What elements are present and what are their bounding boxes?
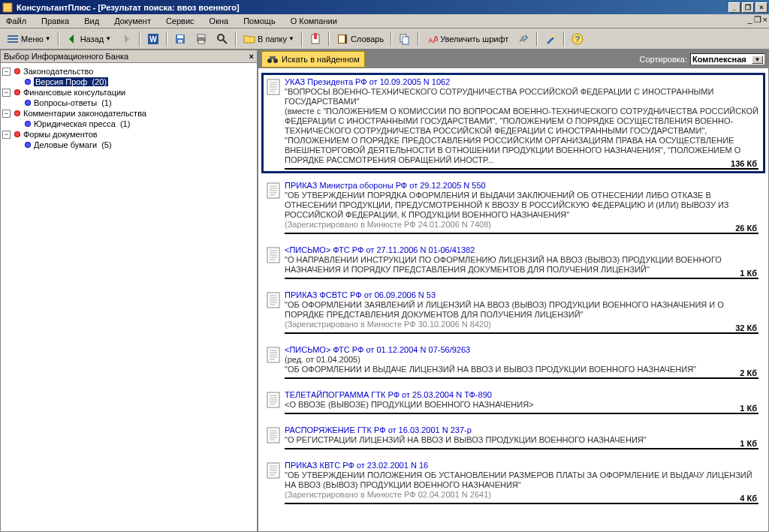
menu-edit[interactable]: Правка — [38, 15, 72, 27]
bullet-icon — [14, 110, 20, 116]
svg-rect-29 — [270, 56, 276, 59]
result-size: 2 Кб — [737, 368, 757, 377]
bookmark-icon — [309, 33, 321, 45]
search-button[interactable] — [213, 31, 232, 47]
zoom-button[interactable]: AA Увеличить шрифт — [422, 31, 512, 47]
result-item[interactable]: ТЕЛЕТАЙПОГРАММА ГТК РФ от 25.03.2004 N Т… — [261, 386, 765, 418]
search-icon — [216, 33, 228, 45]
tree-child-node[interactable]: Вопросы-ответы (1) — [23, 98, 255, 108]
menu-button[interactable]: Меню ▼ — [3, 31, 55, 47]
sort-value: Комплексная — [692, 55, 746, 64]
titlebar: КонсультантПлюс - [Результат поиска: вво… — [0, 0, 769, 14]
tree-child-node[interactable]: Деловые бумаги (5) — [23, 140, 255, 150]
back-button[interactable]: Назад ▼ — [62, 31, 115, 47]
tree-child-node[interactable]: Версия Проф (20) — [23, 77, 255, 87]
svg-rect-17 — [339, 35, 345, 43]
tree-label[interactable]: Законодательство — [23, 67, 93, 76]
minimize-button[interactable]: _ — [728, 2, 740, 13]
tree-child-label[interactable]: Вопросы-ответы (1) — [34, 98, 112, 107]
find-in-results-button[interactable]: Искать в найденном — [261, 51, 365, 68]
chevron-down-icon: ▼ — [105, 35, 111, 42]
result-divider: 32 Кб — [285, 332, 758, 334]
svg-rect-1 — [8, 35, 18, 37]
result-text: "О НАПРАВЛЕНИИ ИНСТРУКЦИИ ПО ОФОРМЛЕНИЮ … — [285, 255, 758, 275]
document-icon — [267, 182, 280, 199]
menu-about[interactable]: О Компании — [288, 15, 340, 27]
doc-minimize-button[interactable]: _ — [747, 15, 752, 25]
result-text: "ОБ УТВЕРЖДЕНИИ ПОРЯДКА ОФОРМЛЕНИЯ И ВЫД… — [285, 191, 758, 220]
print-button[interactable] — [191, 31, 211, 47]
tree-child-label[interactable]: Версия Проф (20) — [34, 77, 108, 86]
maximize-button[interactable]: ❐ — [742, 2, 754, 13]
doc-close-button[interactable]: × — [763, 15, 767, 25]
copy-button[interactable] — [395, 31, 415, 47]
sort-select[interactable]: Комплексная ▼ — [690, 53, 765, 65]
svg-rect-11 — [198, 41, 204, 44]
bullet-icon — [14, 68, 20, 74]
svg-rect-7 — [177, 35, 183, 38]
result-item[interactable]: <ПИСЬМО> ФТС РФ от 01.12.2004 N 07-56/92… — [261, 341, 765, 383]
bullet-icon — [25, 100, 31, 106]
tree-child-label[interactable]: Деловые бумаги (5) — [34, 140, 112, 149]
tree-toggle[interactable]: − — [2, 131, 11, 139]
result-divider: 1 Кб — [285, 448, 758, 449]
tree-child-node[interactable]: Юридическая пресса (1) — [23, 119, 255, 129]
result-title: <ПИСЬМО> ФТС РФ от 27.11.2006 N 01-06/41… — [285, 245, 758, 255]
help-button[interactable]: ? — [568, 31, 587, 47]
folder-button[interactable]: В папку ▼ — [240, 31, 298, 47]
result-item[interactable]: ПРИКАЗ КВТС РФ от 23.02.2001 N 16"ОБ УТВ… — [261, 456, 765, 508]
result-pre: (ред. от 01.04.2005) — [285, 355, 758, 365]
forward-button[interactable] — [116, 31, 136, 47]
result-item[interactable]: РАСПОРЯЖЕНИЕ ГТК РФ от 16.03.2001 N 237-… — [261, 421, 765, 453]
word-button[interactable]: W — [143, 31, 163, 47]
tree-label[interactable]: Формы документов — [23, 130, 98, 139]
tree-node[interactable]: −Формы документов — [2, 129, 255, 140]
result-item[interactable]: ПРИКАЗ ФСВТС РФ от 06.09.2006 N 53"ОБ ОФ… — [261, 286, 765, 338]
help-icon: ? — [571, 33, 584, 45]
menu-view[interactable]: Вид — [81, 15, 102, 27]
result-item[interactable]: ПРИКАЗ Министра обороны РФ от 29.12.2005… — [261, 176, 765, 238]
sidebar-close-button[interactable]: × — [249, 52, 254, 61]
menu-help[interactable]: Помощь — [240, 15, 279, 27]
tree-node[interactable]: −Финансовые консультации — [2, 87, 255, 98]
tree-label[interactable]: Комментарии законодательства — [23, 109, 146, 118]
tree-node[interactable]: −Законодательство — [2, 66, 255, 77]
dict-button[interactable]: Словарь — [333, 31, 388, 47]
menu-windows[interactable]: Окна — [207, 15, 232, 27]
svg-rect-9 — [198, 35, 205, 38]
result-item[interactable]: УКАЗ Президента РФ от 10.09.2005 N 1062"… — [261, 73, 765, 173]
tree-label[interactable]: Финансовые консультации — [23, 88, 125, 97]
document-icon — [267, 347, 280, 363]
results-list[interactable]: УКАЗ Президента РФ от 10.09.2005 N 1062"… — [258, 68, 768, 531]
result-title: ПРИКАЗ КВТС РФ от 23.02.2001 N 16 — [285, 461, 758, 470]
result-item[interactable]: <ПИСЬМО> ФТС РФ от 27.11.2006 N 01-06/41… — [261, 241, 765, 283]
menu-service[interactable]: Сервис — [163, 15, 198, 27]
result-text: "ОБ УТВЕРЖДЕНИИ ПОЛОЖЕНИЯ ОБ УСТАНОВЛЕНИ… — [285, 470, 758, 490]
sidebar: Выбор Информационного Банка × −Законодат… — [0, 50, 258, 532]
bookmark-button[interactable] — [306, 31, 325, 47]
font-button[interactable]: A — [514, 31, 533, 47]
menu-file[interactable]: Файл — [3, 15, 29, 27]
svg-rect-15 — [314, 33, 317, 39]
tree-toggle[interactable]: − — [2, 89, 11, 97]
back-icon — [66, 33, 78, 45]
save-button[interactable] — [170, 31, 190, 47]
tree-toggle[interactable]: − — [2, 110, 11, 118]
tree-child-label[interactable]: Юридическая пресса (1) — [34, 119, 130, 128]
menu-document[interactable]: Документ — [111, 15, 154, 27]
bullet-icon — [14, 89, 20, 95]
doc-maximize-button[interactable]: ❐ — [754, 15, 761, 25]
tree-toggle[interactable]: − — [2, 68, 11, 76]
tree-node[interactable]: −Комментарии законодательства — [2, 108, 255, 119]
tree[interactable]: −ЗаконодательствоВерсия Проф (20)−Финанс… — [1, 63, 257, 531]
document-icon — [267, 79, 280, 95]
font-size-icon: AA — [426, 33, 438, 45]
document-icon — [267, 392, 280, 408]
result-title: <ПИСЬМО> ФТС РФ от 01.12.2004 N 07-56/92… — [285, 345, 758, 355]
zoom-button-label: Увеличить шрифт — [440, 35, 508, 44]
wizard-button[interactable] — [541, 31, 560, 47]
close-button[interactable]: × — [755, 2, 767, 13]
svg-text:A: A — [433, 34, 438, 45]
svg-rect-0 — [3, 3, 12, 12]
result-title: ПРИКАЗ Министра обороны РФ от 29.12.2005… — [285, 181, 758, 191]
